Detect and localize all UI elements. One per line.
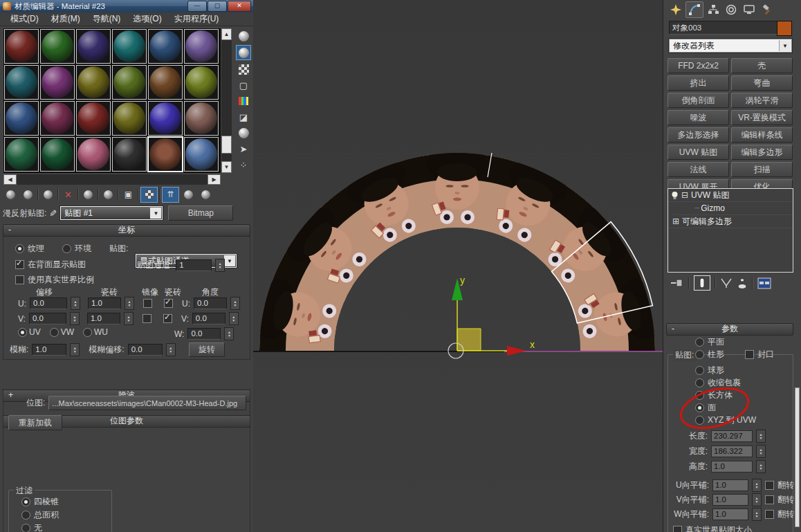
material-swatch[interactable]	[40, 65, 75, 100]
u-tiling-field[interactable]: 1.0	[88, 297, 121, 309]
mapping-planar-radio[interactable]: 平面	[695, 336, 724, 348]
w-flip-checkbox[interactable]	[765, 510, 774, 519]
v-tile-checkbox[interactable]	[163, 314, 172, 323]
u-angle-field[interactable]: 0.0	[194, 297, 227, 309]
modifier-button[interactable]: FFD 2x2x2	[668, 58, 729, 73]
v-angle-field[interactable]: 0.0	[192, 313, 225, 324]
scroll-up-icon[interactable]: ▲	[221, 28, 232, 40]
object-color-swatch[interactable]	[777, 21, 792, 36]
video-color-check-icon[interactable]	[237, 94, 250, 108]
modifier-button[interactable]: 噪波	[668, 110, 729, 125]
gizmo-xy-plane-handle[interactable]	[457, 329, 481, 351]
wu-radio[interactable]	[83, 328, 92, 337]
pin-stack-icon[interactable]	[670, 277, 684, 289]
make-unique-icon[interactable]	[80, 187, 96, 202]
material-swatch[interactable]	[184, 101, 219, 136]
dropdown-arrow-icon[interactable]: ▼	[150, 208, 161, 219]
scroll-right-icon[interactable]: ▶	[208, 174, 221, 185]
display-tab-icon[interactable]	[741, 2, 757, 17]
material-swatch[interactable]	[112, 29, 147, 64]
uv-radio[interactable]	[18, 328, 27, 337]
reload-button[interactable]: 重新加载	[8, 415, 62, 430]
modifier-button[interactable]: UVW 贴图	[668, 145, 729, 160]
viewport[interactable]: y x	[253, 0, 663, 532]
material-swatch[interactable]	[76, 29, 111, 64]
eyedropper-icon[interactable]: ✎	[46, 206, 60, 220]
v-tiling-field[interactable]: 1.0	[87, 313, 120, 324]
stack-item-editable-poly[interactable]: ⊞ 可编辑多边形	[668, 215, 793, 228]
sample-uv-tiling-icon[interactable]: ▢	[237, 78, 250, 92]
menu-options[interactable]: 选项(O)	[127, 13, 167, 25]
map-channel-field[interactable]: 1	[176, 259, 212, 271]
put-to-library-icon[interactable]	[100, 187, 116, 202]
material-swatch[interactable]	[4, 137, 39, 172]
filter-none-radio[interactable]: 无	[21, 522, 42, 532]
u-tile-field[interactable]: 1.0	[712, 479, 748, 491]
material-swatch[interactable]	[184, 29, 219, 64]
spinner[interactable]	[215, 259, 225, 272]
show-end-result-icon[interactable]	[694, 275, 710, 291]
close-button[interactable]: ✕	[228, 1, 251, 12]
length-field[interactable]: 230.297	[711, 430, 753, 442]
minimize-button[interactable]: —	[187, 1, 207, 12]
v-tile-field[interactable]: 1.0	[712, 494, 748, 506]
u-offset-field[interactable]: 0.0	[30, 297, 67, 309]
modifier-button[interactable]: 弯曲	[731, 75, 793, 91]
vw-radio[interactable]	[50, 328, 59, 337]
modify-tab-icon[interactable]	[685, 1, 703, 18]
mapping-cylindrical-radio[interactable]: 柱形	[695, 349, 724, 360]
get-material-icon[interactable]	[3, 187, 19, 202]
material-swatch[interactable]	[148, 101, 183, 136]
filter-pyramidal-radio[interactable]: 四棱锥	[21, 496, 59, 508]
utilities-tab-icon[interactable]	[759, 2, 775, 17]
dropdown-arrow-icon[interactable]: ▼	[779, 40, 791, 51]
modifier-button[interactable]: 涡轮平滑	[731, 93, 793, 108]
parameters-rollout-header[interactable]: -参数	[666, 323, 793, 336]
material-swatch[interactable]	[112, 65, 147, 100]
options-icon[interactable]	[237, 126, 250, 140]
real-world-map-size-checkbox[interactable]: 真实世界贴图大小	[673, 524, 752, 532]
dropdown-arrow-icon[interactable]: ▼	[224, 255, 235, 266]
modifier-button[interactable]: 扫描	[731, 162, 793, 177]
texture-radio[interactable]: 纹理	[15, 243, 44, 255]
v-offset-field[interactable]: 0.0	[29, 313, 66, 324]
go-to-parent-icon[interactable]: ⇈	[162, 187, 179, 203]
material-swatch[interactable]	[40, 137, 75, 172]
material-swatch[interactable]	[40, 29, 75, 64]
scroll-thumb[interactable]	[221, 136, 232, 154]
u-mirror-checkbox[interactable]	[143, 299, 152, 308]
motion-tab-icon[interactable]	[723, 2, 739, 17]
material-swatch[interactable]	[112, 137, 147, 172]
material-id-channel-icon[interactable]: ▣	[120, 187, 136, 202]
material-swatch[interactable]	[4, 65, 39, 100]
gizmo-x-arrow[interactable]	[507, 346, 526, 356]
filter-summed-area-radio[interactable]: 总面积	[21, 509, 59, 521]
mapping-spherical-radio[interactable]: 球形	[695, 365, 724, 376]
height-field[interactable]: 1.0	[711, 461, 753, 473]
modifier-button[interactable]: 挤出	[668, 75, 729, 91]
material-swatch[interactable]	[148, 65, 183, 100]
blur-offset-field[interactable]: 0.0	[128, 344, 163, 356]
background-icon[interactable]	[237, 62, 250, 76]
width-field[interactable]: 186.322	[711, 446, 753, 457]
menu-utilities[interactable]: 实用程序(U)	[168, 13, 225, 25]
material-swatch[interactable]	[147, 136, 183, 172]
v-flip-checkbox[interactable]	[765, 495, 774, 504]
rotate-button[interactable]: 旋转	[189, 342, 225, 357]
maximize-button[interactable]: ▢	[208, 1, 227, 12]
face-ring-mesh[interactable]	[253, 145, 663, 352]
bitmap-path-button[interactable]: ...Max\sceneassets\images\CMan0002-M3-He…	[48, 396, 246, 410]
stack-item-gizmo[interactable]: ┈ Gizmo	[668, 202, 793, 215]
go-forward-sibling-icon[interactable]	[181, 187, 196, 202]
modifier-list-dropdown[interactable]: 修改器列表 ▼	[669, 39, 792, 53]
material-swatch[interactable]	[184, 65, 219, 100]
menu-material[interactable]: 材质(M)	[45, 13, 86, 25]
panel-scrollbar[interactable]	[795, 387, 800, 527]
environment-radio[interactable]: 环境	[62, 243, 91, 255]
scroll-down-icon[interactable]: ▼	[221, 161, 232, 173]
cap-checkbox[interactable]: 封口	[745, 349, 774, 360]
reset-map-icon[interactable]: ✕	[60, 187, 76, 202]
object-name-field[interactable]: 对象003	[669, 21, 778, 35]
stack-item-uvw-map[interactable]: ⊟ UVW 贴图	[668, 189, 793, 202]
material-swatch[interactable]	[76, 137, 111, 172]
